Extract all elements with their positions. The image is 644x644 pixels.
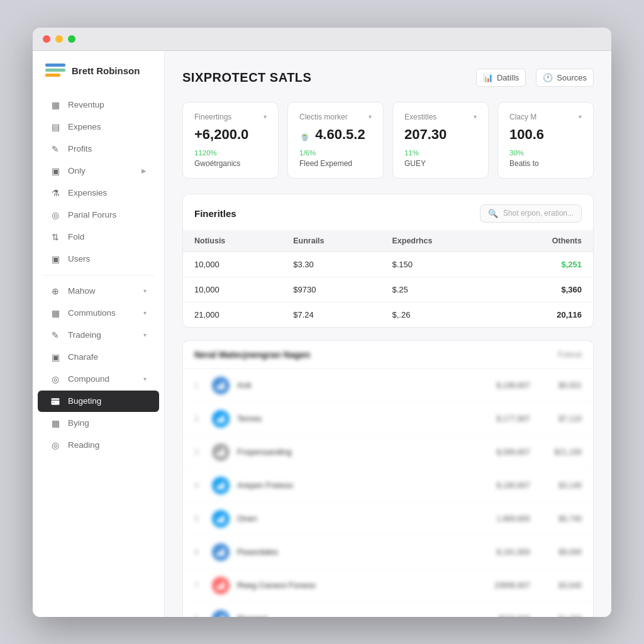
row3-col2: $7.24 [282,302,380,327]
sidebar-item-commutions[interactable]: ▦ Commutions ▾ [38,303,159,324]
row-val2: $3,640 [538,581,582,590]
row-val2: $9,000 [538,548,582,557]
row-name: Fropensanding [237,447,466,457]
row-name: Tenres [237,414,466,423]
compound-arrow: ▾ [143,375,147,382]
sidebar-item-mahow[interactable]: ⊕ Mahow ▾ [38,280,159,302]
blurred-header: Neral Matecjnengran Nagen Foterat [183,341,593,369]
fold-icon: ⇅ [50,232,60,242]
reventup-icon: ▦ [50,100,60,110]
table-body: 10,000 $3.30 $.150 $,251 10,000 $9730 $.… [183,252,593,327]
row-number: 3 [194,448,204,457]
list-item: 1 Anit $,198,807 $0,001 [183,369,593,402]
avatar [212,610,230,617]
avatar [212,577,230,594]
row1-col3: $.150 [380,252,496,277]
metric-card-1: Fineertings ▾ +6,200.0 1120% Gwoétrganic… [182,102,279,179]
list-item: 3 Fropensanding $,089,807 $21,100 [183,436,593,469]
metric-sub-3: GUEY [404,159,477,168]
sidebar-label-parial-forurs: Parial Forurs [68,210,116,219]
row-number: 4 [194,481,204,490]
row-val1: $070,800 [474,614,530,617]
row-val1: $,177,807 [474,414,530,423]
row-number: 8 [194,614,204,617]
metric-card-2: Clectis morker ▾ 🍵 4.60.5.2 1/6% Fleed E… [287,102,384,179]
table-head: Notiusis Eunrails Expedrhcs Othents [183,230,593,252]
commutions-icon: ▦ [50,308,60,318]
row-number: 1 [194,381,204,390]
table-header-row: Notiusis Eunrails Expedrhcs Othents [183,230,593,252]
parial-forurs-icon: ◎ [50,210,60,220]
maximize-dot[interactable] [68,35,75,43]
avatar [212,443,230,461]
sidebar-item-reading[interactable]: ◎ Reading [38,435,159,456]
datills-button[interactable]: 📊 Datills [476,69,526,87]
main-header: SIXPROTECT SATLS 📊 Datills 🕐 Sources [182,69,594,87]
metric-label-1: Fineertings ▾ [194,113,267,121]
sidebar-item-compound[interactable]: ◎ Compound ▾ [38,369,159,390]
sidebar-logo-text: Brett Robinson [72,65,140,76]
avatar [212,377,230,394]
header-actions: 📊 Datills 🕐 Sources [476,69,594,87]
search-box[interactable]: 🔍 Shot erpon, eration... [480,204,582,223]
metric-label-4: Clacy M ▾ [509,113,582,121]
mahow-arrow: ▾ [143,287,147,294]
sources-button[interactable]: 🕐 Sources [536,69,594,87]
sidebar-item-users[interactable]: ▣ Users [38,248,159,270]
metric-value-4: 100.6 [509,126,582,143]
sidebar-item-reventup[interactable]: ▦ Reventup [38,94,159,116]
close-dot[interactable] [43,35,50,43]
avatar [212,477,230,494]
avatar [212,543,230,561]
list-item: 7 Reeg Cwoeoi Foneso 20896,807 $3,640 [183,569,593,602]
avatar [212,510,230,528]
table-row: 21,000 $7.24 $,.26 20,116 [183,302,593,327]
row2-col2: $9730 [282,277,380,302]
metric-card-4: Clacy M ▾ 100.6 30% Beatis to [497,102,594,179]
minimize-dot[interactable] [55,35,63,43]
sidebar-item-expenes[interactable]: ▤ Expenes [38,116,159,138]
row-number: 7 [194,581,204,590]
list-item: 4 Arepen Freieso $,180,807 $3,140 [183,469,593,502]
bying-icon: ▦ [50,418,60,428]
sidebar-label-bying: Bying [68,418,89,428]
app-layout: Brett Robinson ▦ Reventup ▤ Expenes ✎ Pr… [33,51,611,617]
row-val2: $7,110 [538,414,582,423]
sidebar-item-parial-forurs[interactable]: ◎ Parial Forurs [38,204,159,226]
sidebar-item-fold[interactable]: ⇅ Fold [38,226,159,248]
col-othents: Othents [497,230,593,252]
metric-change-3: 11% [404,149,477,157]
sidebar-item-only[interactable]: ▣ Only ▶ [38,160,159,182]
col-eunrails: Eunrails [282,230,380,252]
logo-line-3 [45,74,60,77]
metric-dropdown-2[interactable]: ▾ [369,113,372,120]
only-icon: ▣ [50,166,60,176]
row-number: 6 [194,548,204,557]
metric-sub-2: Fleed Expemed [299,159,372,168]
sidebar-item-profits[interactable]: ✎ Profits [38,138,159,160]
metric-dropdown-3[interactable]: ▾ [474,113,477,120]
row-val1: $,181,800 [474,548,530,557]
row-val1: 20896,807 [474,581,530,590]
sidebar-item-expensies[interactable]: ⚗ Expensies [38,182,159,204]
sidebar-label-charafe: Charafe [68,352,98,362]
sidebar-item-tradeing[interactable]: ✎ Tradeing ▾ [38,325,159,346]
row-name: Onen [237,514,466,523]
metric-dropdown-4[interactable]: ▾ [579,113,582,120]
sidebar-item-bying[interactable]: ▦ Bying [38,413,159,434]
sidebar-label-expensies: Expensies [68,188,107,197]
sources-label: Sources [557,73,587,82]
row-number: 2 [194,414,204,423]
app-window: Brett Robinson ▦ Reventup ▤ Expenes ✎ Pr… [33,28,611,617]
metrics-row: Fineertings ▾ +6,200.0 1120% Gwoétrganic… [182,102,594,179]
sidebar-label-fold: Fold [68,232,84,242]
metric-dropdown-1[interactable]: ▾ [264,113,267,120]
charafe-icon: ▣ [50,352,60,362]
mahow-icon: ⊕ [50,286,60,296]
sidebar-item-bugeting[interactable]: Bugeting [38,391,159,412]
expenes-icon: ▤ [50,122,60,132]
sidebar-item-charafe[interactable]: ▣ Charafe [38,347,159,368]
blurred-button: Foterat [558,350,582,359]
row1-col4: $,251 [497,252,593,277]
sidebar-label-only: Only [68,166,86,175]
